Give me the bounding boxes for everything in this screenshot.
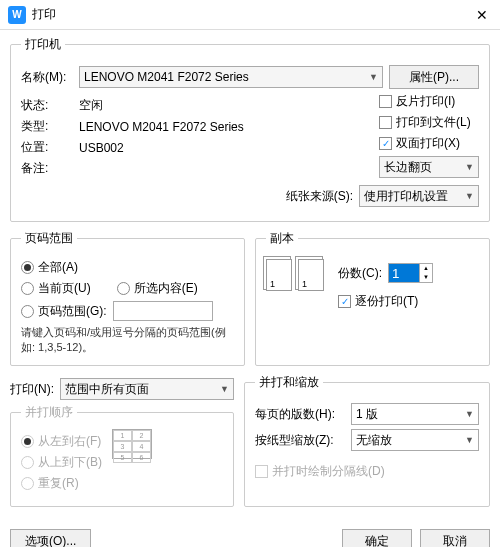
order-group: 并打顺序 从左到右(F) 从上到下(B) 重复(R) 123456 [10, 404, 234, 507]
copies-spinner[interactable]: ▲▼ [388, 263, 433, 283]
zoom-group: 并打和缩放 每页的版数(H): 1 版▼ 按纸型缩放(Z): 无缩放▼ 并打时绘… [244, 374, 490, 507]
checkbox-icon: ✓ [379, 137, 392, 150]
chevron-down-icon: ▼ [465, 409, 474, 419]
chevron-down-icon: ▼ [465, 191, 474, 201]
where-value: USB002 [79, 141, 124, 155]
range-all-radio[interactable]: 全部(A) [21, 259, 234, 276]
type-label: 类型: [21, 118, 73, 135]
type-value: LENOVO M2041 F2072 Series [79, 120, 244, 134]
order-repeat-radio: 重复(R) [21, 475, 102, 492]
reverse-check[interactable]: 反片打印(I) [379, 93, 479, 110]
copies-label: 份数(C): [338, 265, 382, 282]
name-label: 名称(M): [21, 69, 73, 86]
app-icon: W [8, 6, 26, 24]
pages-per-label: 每页的版数(H): [255, 406, 345, 423]
source-label: 纸张来源(S): [286, 188, 353, 205]
collate-check[interactable]: ✓逐份打印(T) [338, 293, 433, 310]
copies-group: 副本 份数(C): ▲▼ ✓逐份打印(T) [255, 230, 490, 366]
order-lr-radio: 从左到右(F) [21, 433, 102, 450]
range-current-radio[interactable]: 当前页(U) [21, 280, 91, 297]
close-icon[interactable]: ✕ [472, 7, 492, 23]
range-pages-radio[interactable]: 页码范围(G): [21, 303, 107, 320]
range-legend: 页码范围 [21, 230, 77, 247]
document-icon [266, 259, 292, 291]
options-button[interactable]: 选项(O)... [10, 529, 91, 547]
scale-combo[interactable]: 无缩放▼ [351, 429, 479, 451]
print-what-combo[interactable]: 范围中所有页面▼ [60, 378, 234, 400]
pages-per-combo[interactable]: 1 版▼ [351, 403, 479, 425]
print-what-label: 打印(N): [10, 381, 54, 398]
status-label: 状态: [21, 97, 73, 114]
window-title: 打印 [32, 6, 472, 23]
duplex-mode-combo[interactable]: 长边翻页▼ [379, 156, 479, 178]
titlebar: W 打印 ✕ [0, 0, 500, 30]
checkbox-icon [379, 116, 392, 129]
order-legend: 并打顺序 [21, 404, 77, 421]
chevron-down-icon: ▼ [465, 162, 474, 172]
range-pages-input[interactable] [113, 301, 213, 321]
chevron-down-icon: ▼ [220, 384, 229, 394]
radio-icon [21, 282, 34, 295]
checkbox-icon [379, 95, 392, 108]
duplex-check[interactable]: ✓双面打印(X) [379, 135, 479, 152]
cancel-button[interactable]: 取消 [420, 529, 490, 547]
printer-group: 打印机 名称(M): LENOVO M2041 F2072 Series ▼ 属… [10, 36, 490, 222]
radio-icon [21, 435, 34, 448]
range-hint: 请键入页码和/或用逗号分隔的页码范围(例如: 1,3,5-12)。 [21, 325, 234, 355]
radio-icon [21, 305, 34, 318]
radio-icon [21, 456, 34, 469]
source-combo[interactable]: 使用打印机设置▼ [359, 185, 479, 207]
radio-icon [21, 261, 34, 274]
checkbox-icon [255, 465, 268, 478]
radio-icon [21, 477, 34, 490]
chevron-down-icon: ▼ [369, 72, 378, 82]
ok-button[interactable]: 确定 [342, 529, 412, 547]
range-group: 页码范围 全部(A) 当前页(U) 所选内容(E) 页码范围(G): 请键入页码… [10, 230, 245, 366]
collate-icons [266, 259, 324, 291]
printer-name-combo[interactable]: LENOVO M2041 F2072 Series ▼ [79, 66, 383, 88]
checkbox-icon: ✓ [338, 295, 351, 308]
order-tb-radio: 从上到下(B) [21, 454, 102, 471]
properties-button[interactable]: 属性(P)... [389, 65, 479, 89]
chevron-down-icon: ▼ [465, 435, 474, 445]
draw-lines-check: 并打时绘制分隔线(D) [255, 463, 479, 480]
scale-label: 按纸型缩放(Z): [255, 432, 345, 449]
range-selection-radio[interactable]: 所选内容(E) [117, 280, 198, 297]
to-file-check[interactable]: 打印到文件(L) [379, 114, 479, 131]
order-preview-icon: 123456 [112, 429, 152, 459]
copies-input[interactable] [389, 264, 419, 282]
where-label: 位置: [21, 139, 73, 156]
status-value: 空闲 [79, 97, 103, 114]
zoom-legend: 并打和缩放 [255, 374, 323, 391]
comment-label: 备注: [21, 160, 73, 177]
copies-legend: 副本 [266, 230, 298, 247]
document-icon [298, 259, 324, 291]
printer-name-value: LENOVO M2041 F2072 Series [84, 70, 249, 84]
radio-icon [117, 282, 130, 295]
spin-down-icon[interactable]: ▼ [420, 273, 432, 282]
spin-up-icon[interactable]: ▲ [420, 264, 432, 273]
printer-legend: 打印机 [21, 36, 65, 53]
